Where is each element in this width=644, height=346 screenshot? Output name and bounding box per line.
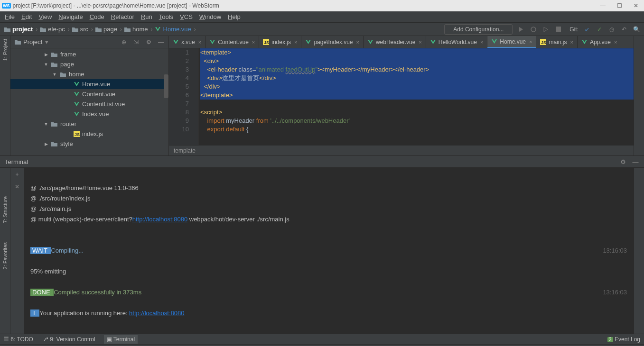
menu-refactor[interactable]: Refactor xyxy=(111,13,134,20)
project-tree[interactable]: ▶frame▼page▼homeHome.vueContent.vueConte… xyxy=(10,48,168,155)
terminal-settings-icon[interactable]: ⚙ xyxy=(619,158,627,165)
project-tool-tab[interactable]: 1: Project xyxy=(2,39,8,61)
tab-appvue[interactable]: App.vue× xyxy=(578,36,621,48)
menu-tools[interactable]: Tools xyxy=(159,13,173,20)
code-breadcrumb[interactable]: template xyxy=(169,145,634,155)
tab-xvue[interactable]: x.vue× xyxy=(169,36,205,48)
tab-webheadervue[interactable]: webHeader.vue× xyxy=(364,36,426,48)
settings-icon[interactable]: ⚙ xyxy=(145,38,152,46)
revert-icon[interactable]: ↶ xyxy=(620,26,628,33)
maximize-icon[interactable]: ☐ xyxy=(617,2,622,9)
menu-run[interactable]: Run xyxy=(141,13,152,20)
close-tab-icon[interactable]: × xyxy=(294,39,297,45)
close-icon[interactable]: ✕ xyxy=(634,2,638,9)
tab-pageindexvue[interactable]: page\Index.vue× xyxy=(301,36,364,48)
line-gutter: 12345678910 xyxy=(169,48,193,145)
menu-bar: FileEditViewNavigateCodeRefactorRunTools… xyxy=(0,11,644,23)
fold-column xyxy=(193,48,198,145)
scrollbar-thumb[interactable] xyxy=(164,74,168,98)
tree-style[interactable]: ▶style xyxy=(10,139,168,149)
breadcrumb-page[interactable]: page xyxy=(95,26,117,33)
minimize-icon[interactable]: — xyxy=(600,2,606,9)
update-project-icon[interactable]: ↙ xyxy=(583,26,591,33)
menu-edit[interactable]: Edit xyxy=(21,13,32,20)
close-tab-icon[interactable]: × xyxy=(252,39,255,45)
bottom-toolbar: ☰ 6: TODO ⎇ 9: Version Control ▣ Termina… xyxy=(0,334,644,344)
terminal-output[interactable]: @ ./src/page/home/Home.vue 11:0-366 @ ./… xyxy=(24,168,634,334)
svg-text:JS: JS xyxy=(75,132,80,137)
breadcrumb-project[interactable]: project xyxy=(4,26,33,33)
tab-contentvue[interactable]: Content.vue× xyxy=(205,36,259,48)
menu-code[interactable]: Code xyxy=(90,13,104,20)
breadcrumb-home[interactable]: home xyxy=(124,26,148,33)
terminal-hide-icon[interactable]: — xyxy=(632,158,639,165)
terminal-header: Terminal ⚙ — xyxy=(0,155,644,168)
debug-icon[interactable] xyxy=(530,26,537,33)
run-icon[interactable] xyxy=(517,26,525,33)
breadcrumb-homevue[interactable]: Home.vue xyxy=(155,26,191,33)
stop-icon[interactable] xyxy=(554,26,562,33)
menu-view[interactable]: View xyxy=(38,13,52,20)
project-panel-title: Project xyxy=(23,38,42,46)
wait-badge: WAIT xyxy=(30,247,51,254)
tab-homevue[interactable]: Home.vue× xyxy=(487,36,536,48)
menu-help[interactable]: Help xyxy=(228,13,241,20)
code-content[interactable]: <template> <div> <el-header class="anima… xyxy=(198,48,634,145)
history-icon[interactable]: ◷ xyxy=(608,26,616,33)
favorites-tool-tab[interactable]: 2: Favorites xyxy=(2,242,8,269)
tree-indexvue[interactable]: Index.vue xyxy=(10,109,168,119)
menu-navigate[interactable]: Navigate xyxy=(58,13,83,20)
close-tab-icon[interactable]: × xyxy=(480,39,483,45)
tree-contentlistvue[interactable]: ContentList.vue xyxy=(10,99,168,109)
editor-tabs: x.vue×Content.vue×JSindex.js×page\Index.… xyxy=(169,36,634,48)
close-tab-icon[interactable]: × xyxy=(570,39,573,45)
webstorm-logo-icon: WS xyxy=(2,3,11,9)
localhost-link[interactable]: http://localhost:8080 xyxy=(132,216,187,223)
tree-home[interactable]: ▼home xyxy=(10,69,168,79)
dropdown-icon[interactable]: ▾ xyxy=(45,38,48,46)
app-url-link[interactable]: http://localhost:8080 xyxy=(129,310,184,317)
run-with-coverage-icon[interactable] xyxy=(542,26,550,33)
close-tab-icon[interactable]: × xyxy=(198,39,201,45)
navigation-row: project›ele-pc›src›page›home›Home.vue› A… xyxy=(0,23,644,36)
close-tab-icon[interactable]: × xyxy=(529,39,532,45)
git-label: Git: xyxy=(569,26,579,33)
menu-window[interactable]: Window xyxy=(199,13,221,20)
tree-frame[interactable]: ▶frame xyxy=(10,49,168,59)
done-badge: DONE xyxy=(30,289,54,296)
tab-helloworldvue[interactable]: HelloWorld.vue× xyxy=(426,36,488,48)
search-icon[interactable]: 🔍 xyxy=(633,26,640,33)
status-bar: ▢ IDE and Plugin Updates: WebStorm is re… xyxy=(0,344,644,346)
tree-contentvue[interactable]: Content.vue xyxy=(10,89,168,99)
breadcrumb-src[interactable]: src xyxy=(72,26,88,33)
title-bar: WS project [F:\work\project] - ...\ele-p… xyxy=(0,0,644,11)
svg-point-0 xyxy=(531,27,536,32)
locate-icon[interactable]: ⊕ xyxy=(120,38,128,46)
commit-icon[interactable]: ✓ xyxy=(596,26,603,33)
close-session-icon[interactable]: ✕ xyxy=(13,183,21,191)
structure-tool-tab[interactable]: 7: Structure xyxy=(2,196,8,223)
terminal-body: 7: Structure 2: Favorites + ✕ @ ./src/pa… xyxy=(0,168,644,334)
close-tab-icon[interactable]: × xyxy=(356,39,359,45)
breadcrumb-elepc[interactable]: ele-pc xyxy=(39,26,65,33)
event-log-tab[interactable]: 3 Event Log xyxy=(607,336,640,343)
todo-tab[interactable]: ☰ 6: TODO xyxy=(4,336,33,343)
add-configuration-button[interactable]: Add Configuration... xyxy=(444,24,513,35)
tab-mainjs[interactable]: JSmain.js× xyxy=(536,36,577,48)
tree-page[interactable]: ▼page xyxy=(10,59,168,69)
right-gutter xyxy=(634,36,644,155)
menu-file[interactable]: File xyxy=(5,13,15,20)
tab-indexjs[interactable]: JSindex.js× xyxy=(259,36,301,48)
new-session-icon[interactable]: + xyxy=(13,171,21,178)
close-tab-icon[interactable]: × xyxy=(419,39,421,45)
hide-icon[interactable]: — xyxy=(157,38,165,46)
collapse-icon[interactable]: ⇲ xyxy=(132,38,140,46)
terminal-tab[interactable]: ▣ Terminal xyxy=(104,335,138,344)
vcs-tab[interactable]: ⎇ 9: Version Control xyxy=(42,336,95,343)
tree-indexjs[interactable]: JSindex.js xyxy=(10,129,168,139)
menu-vcs[interactable]: VCS xyxy=(180,13,193,20)
close-tab-icon[interactable]: × xyxy=(614,39,617,45)
tree-homevue[interactable]: Home.vue xyxy=(10,79,168,89)
tree-router[interactable]: ▼router xyxy=(10,119,168,129)
left-gutter: 1: Project xyxy=(0,36,10,155)
